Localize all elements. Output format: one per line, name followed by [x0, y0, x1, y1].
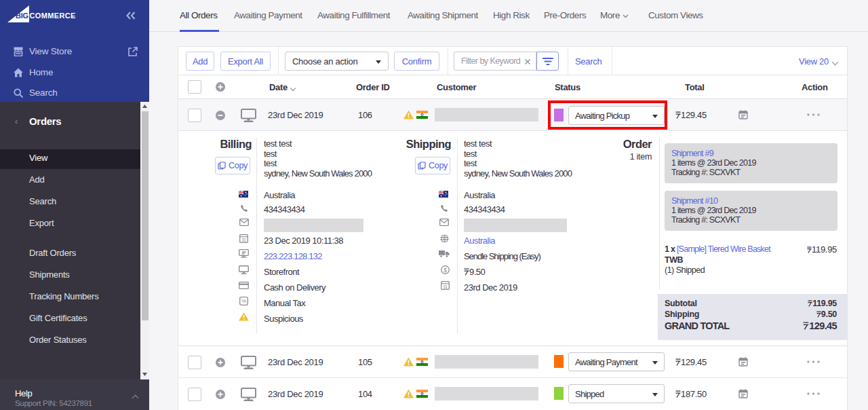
- svg-text:31: 31: [443, 284, 448, 289]
- svg-text:$: $: [443, 267, 447, 274]
- svg-text:%: %: [241, 298, 246, 304]
- svg-text:31: 31: [241, 238, 246, 242]
- svg-text:IP: IP: [242, 250, 247, 255]
